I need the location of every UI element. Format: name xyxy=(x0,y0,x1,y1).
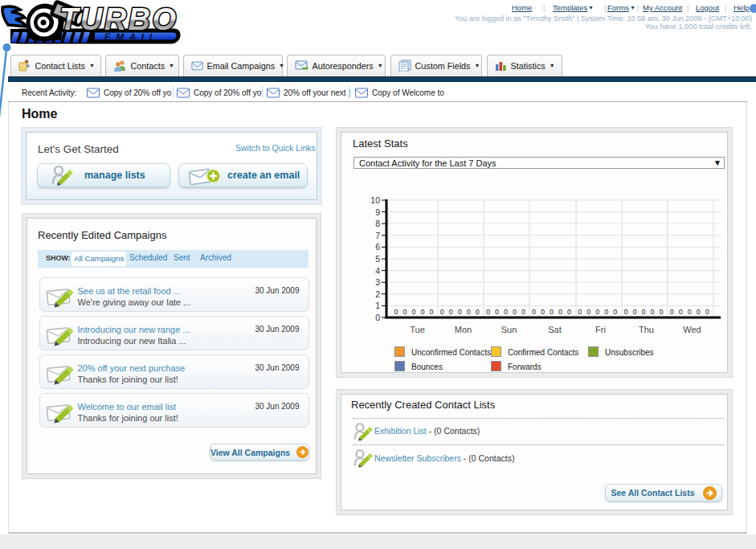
svg-text:2: 2 xyxy=(375,289,380,299)
svg-text:0: 0 xyxy=(429,308,433,316)
svg-text:0: 0 xyxy=(420,308,424,316)
svg-text:Sat: Sat xyxy=(548,325,562,334)
svg-text:Thu: Thu xyxy=(639,325,654,334)
svg-text:6: 6 xyxy=(375,242,380,252)
svg-text:0: 0 xyxy=(403,308,407,316)
svg-text:0: 0 xyxy=(394,308,398,316)
svg-text:Wed: Wed xyxy=(683,325,701,334)
svg-text:7: 7 xyxy=(375,231,380,240)
svg-text:5: 5 xyxy=(375,254,380,264)
svg-text:9: 9 xyxy=(375,207,380,217)
svg-text:Mon: Mon xyxy=(455,325,472,334)
svg-text:0: 0 xyxy=(411,308,415,316)
svg-text:Tue: Tue xyxy=(410,325,425,334)
svg-text:3: 3 xyxy=(375,277,380,287)
svg-text:Sun: Sun xyxy=(501,325,517,334)
svg-text:8: 8 xyxy=(375,219,380,228)
svg-text:10: 10 xyxy=(370,195,380,205)
svg-text:TURBO: TURBO xyxy=(59,2,178,36)
svg-text:0: 0 xyxy=(375,313,380,322)
svg-text:1: 1 xyxy=(375,301,380,310)
svg-text:Fri: Fri xyxy=(595,325,606,334)
svg-text:4: 4 xyxy=(375,266,380,276)
